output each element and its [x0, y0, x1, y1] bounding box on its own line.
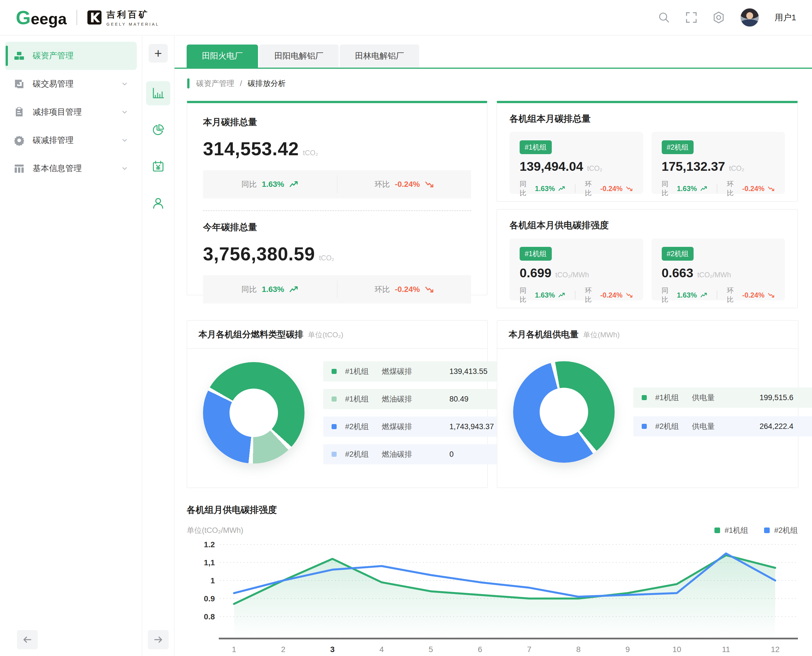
geely-material-mark-icon [87, 10, 102, 25]
unit1-intensity-subcard: #1机组 0.699tCO₂/MWh 同比1.63% 环比-0.24% [510, 238, 643, 300]
avatar[interactable] [740, 8, 759, 27]
sidebar-item-basic-info[interactable]: 基本信息管理 [5, 155, 137, 183]
y-tick-label: 0.8 [204, 612, 215, 621]
trend-up-icon [558, 186, 565, 192]
brand-en-text: GEELY MATERIAL [107, 22, 160, 26]
y-tick-label: 1 [210, 576, 215, 585]
breadcrumb-current: 碳排放分析 [248, 78, 286, 88]
top-bar: Geega 吉利百矿 GEELY MATERIAL 用户1 [0, 0, 812, 36]
sidebar-item-carbon-trading[interactable]: 碳交易管理 [5, 70, 137, 98]
legend-swatch [714, 528, 720, 533]
search-icon[interactable] [658, 11, 670, 24]
gear-icon [14, 135, 25, 146]
breadcrumb-parent[interactable]: 碳资产管理 [196, 78, 234, 88]
legend-metric: 燃油碳排 [382, 394, 449, 404]
supply-legend: #1机组 供电量 199,515.6 43% #2机组 供电量 264,222.… [633, 387, 812, 436]
sidebar-item-label: 基本信息管理 [33, 163, 82, 174]
stat-divider [717, 184, 717, 193]
sidebar-item-carbon-reduction[interactable]: 碳减排管理 [5, 126, 137, 155]
unit2-intensity-stats: 同比1.63% 环比-0.24% [662, 286, 775, 304]
fullscreen-icon[interactable] [685, 12, 697, 23]
sidebar-item-reduction-projects[interactable]: 减排项目管理 [5, 98, 137, 126]
arrow-left-icon [22, 634, 33, 645]
trade-frame-icon [14, 78, 25, 90]
chevron-down-icon [121, 108, 128, 116]
trend-up-icon [700, 186, 707, 192]
username[interactable]: 用户1 [775, 12, 796, 23]
legend-value: 0 [449, 450, 494, 459]
breadcrumb-separator: / [240, 79, 242, 88]
unit2-intensity-subcard: #2机组 0.663tCO₂/MWh 同比1.63% 环比-0.24% [652, 238, 785, 300]
month-total-unit: tCO₂ [303, 149, 318, 157]
intensity-chart-unit: 单位(tCO₂/MWh) [187, 525, 243, 535]
geega-logo: Geega [16, 6, 67, 28]
year-total-unit: tCO₂ [319, 254, 334, 262]
icon-rail: + [143, 36, 175, 656]
settings-icon[interactable] [713, 11, 725, 24]
legend-swatch [332, 369, 337, 374]
main-content: 田阳火电厂 田阳电解铝厂 田林电解铝厂 碳资产管理 / 碳排放分析 本月碳排总量… [175, 36, 812, 656]
assets-blocks-icon [14, 50, 25, 62]
sidebar-item-carbon-assets[interactable]: 碳资产管理 [5, 42, 137, 70]
legend-metric: 供电量 [692, 393, 759, 403]
brand-logo: Geega 吉利百矿 GEELY MATERIAL [16, 6, 160, 28]
x-tick-label: 4 [380, 645, 384, 654]
yoy-cell: 同比 1.63% [203, 284, 337, 294]
rail-billing-calendar-icon[interactable] [146, 155, 170, 179]
legend-unit: #2机组 [345, 422, 382, 432]
x-tick-label: 7 [527, 645, 532, 654]
legend-item-unit2[interactable]: #2机组 [764, 525, 798, 535]
breadcrumb-accent-bar [187, 78, 189, 88]
tab-tianyang-thermal[interactable]: 田阳火电厂 [187, 45, 258, 68]
fuel-card-unit: 单位(tCO₂) [308, 330, 343, 340]
year-total-title: 今年碳排总量 [203, 221, 471, 234]
unit-emission-title: 各机组本月碳排总量 [510, 113, 785, 125]
expand-panel-button[interactable] [148, 630, 169, 649]
y-tick-label: 1.2 [204, 540, 215, 549]
rail-bar-chart-icon[interactable] [146, 81, 170, 105]
year-compare-strip: 同比 1.63% 环比 -0.24% [203, 275, 471, 303]
tabs-underline [175, 68, 812, 69]
x-tick-label: 5 [429, 645, 433, 654]
sidebar-item-label: 碳交易管理 [33, 78, 74, 90]
legend-unit: #2机组 [655, 421, 692, 432]
legend-item-unit1[interactable]: #1机组 [714, 525, 748, 535]
legend-value: 1,743,943.37 [449, 422, 494, 431]
legend-swatch [642, 424, 647, 429]
month-compare-strip: 同比 1.63% 环比 -0.24% [203, 170, 471, 198]
mom-label: 环比 [374, 284, 390, 294]
x-tick-label: 9 [625, 645, 630, 654]
yoy-value: 1.63% [262, 285, 284, 294]
legend-metric: 燃油碳排 [382, 449, 449, 459]
mom-value: -0.24% [395, 285, 420, 294]
columns-icon [14, 163, 25, 174]
yoy-value: 1.63% [262, 180, 284, 189]
rail-user-icon[interactable] [146, 191, 170, 215]
unit2-emission-stats: 同比1.63% 环比-0.24% [662, 179, 775, 198]
brand-divider [76, 10, 77, 25]
fuel-emission-card: 本月各机组分燃料类型碳排 单位(tCO₂) #1机组 燃煤碳排 139,413.… [187, 320, 488, 488]
tab-tianyang-aluminum[interactable]: 田阳电解铝厂 [259, 45, 339, 68]
trend-down-icon [626, 292, 633, 299]
sidebar: 碳资产管理 碳交易管理 减排项目管理 碳减排管理 基本信息管理 [0, 36, 143, 656]
intensity-chart-section: 各机组月供电碳排强度 单位(tCO₂/MWh) #1机组 #2机组 1.21,1… [187, 504, 798, 656]
collapse-sidebar-button[interactable] [17, 630, 38, 649]
add-view-button[interactable]: + [149, 44, 168, 63]
legend-value: 264,222.4 [759, 422, 793, 431]
rail-pie-chart-icon[interactable] [146, 118, 170, 142]
unit-intensity-title: 各机组本月供电碳排强度 [510, 219, 785, 232]
tab-tianlin-aluminum[interactable]: 田林电解铝厂 [340, 45, 419, 68]
supply-card-header: 本月各机组供电量 单位(MWh) [497, 321, 798, 349]
dashed-divider [203, 210, 471, 211]
clipboard-icon [14, 107, 25, 118]
geega-g-mark: G [16, 7, 31, 28]
unit1-badge: #1机组 [520, 247, 552, 261]
legend-value: 80.49 [449, 395, 494, 404]
mom-value: -0.24% [395, 180, 420, 189]
unit1-intensity-value: 0.699tCO₂/MWh [520, 266, 633, 280]
x-tick-label: 11 [722, 645, 730, 654]
brand-cn-text: 吉利百矿 [107, 9, 160, 20]
emission-summary-card: 本月碳排总量 314,553.42tCO₂ 同比 1.63% 环比 -0.24%… [187, 101, 488, 295]
legend-metric: 供电量 [692, 421, 759, 432]
chevron-down-icon [121, 137, 128, 144]
